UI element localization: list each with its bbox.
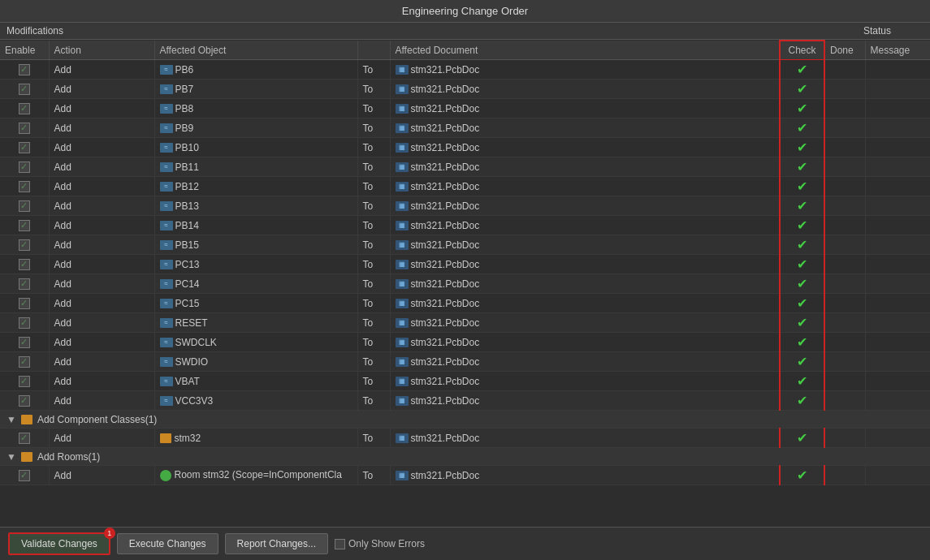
enable-cell[interactable] (0, 80, 49, 99)
action-cell: Add (49, 274, 154, 294)
row-enable-checkbox[interactable] (19, 162, 30, 173)
row-enable-checkbox[interactable] (19, 470, 30, 481)
enable-cell[interactable] (0, 118, 49, 138)
done-cell (824, 466, 865, 485)
table-row[interactable]: Add≈PB9To▦stm321.PcbDoc✔ (0, 118, 930, 138)
report-changes-button[interactable]: Report Changes... (225, 533, 328, 554)
row-enable-checkbox[interactable] (19, 278, 30, 290)
status-check-icon: ✔ (785, 218, 819, 233)
row-enable-checkbox[interactable] (19, 356, 30, 368)
table-row[interactable]: Addstm32To▦stm321.PcbDoc✔ (0, 429, 930, 448)
row-enable-checkbox[interactable] (19, 142, 30, 153)
row-enable-checkbox[interactable] (19, 181, 30, 192)
table-row[interactable]: Add≈PC14To▦stm321.PcbDoc✔ (0, 274, 930, 294)
validate-badge: 1 (104, 528, 115, 539)
object-cell: ≈PB13 (154, 196, 357, 216)
enable-cell[interactable] (0, 466, 49, 485)
enable-cell[interactable] (0, 196, 49, 216)
enable-cell[interactable] (0, 333, 49, 352)
table-row[interactable]: Add≈PB11To▦stm321.PcbDoc✔ (0, 157, 930, 177)
enable-cell[interactable] (0, 138, 49, 157)
row-enable-checkbox[interactable] (19, 433, 30, 444)
table-row[interactable]: Add≈PB15To▦stm321.PcbDoc✔ (0, 235, 930, 255)
table-container[interactable]: Enable Action Affected Object Affected D… (0, 40, 930, 527)
net-icon: ≈ (160, 123, 173, 133)
table-row[interactable]: Add≈PB6To▦stm321.PcbDoc✔ (0, 60, 930, 80)
enable-cell[interactable] (0, 294, 49, 313)
action-cell: Add (49, 177, 154, 196)
object-cell: ≈PB9 (154, 118, 357, 138)
table-row[interactable]: Add≈PB13To▦stm321.PcbDoc✔ (0, 196, 930, 216)
row-enable-checkbox[interactable] (19, 239, 30, 251)
only-show-errors-checkbox[interactable] (335, 539, 345, 549)
message-cell (865, 196, 930, 216)
expand-arrow-icon[interactable]: ▼ (6, 451, 16, 463)
enable-cell[interactable] (0, 255, 49, 274)
table-row[interactable]: Add≈PB8To▦stm321.PcbDoc✔ (0, 99, 930, 118)
check-cell: ✔ (780, 216, 824, 235)
table-row[interactable]: Add≈SWDIOTo▦stm321.PcbDoc✔ (0, 352, 930, 372)
enable-cell[interactable] (0, 352, 49, 372)
enable-cell[interactable] (0, 177, 49, 196)
document-cell: ▦stm321.PcbDoc (390, 333, 780, 352)
row-enable-checkbox[interactable] (19, 376, 30, 387)
table-row[interactable]: Add≈PC15To▦stm321.PcbDoc✔ (0, 294, 930, 313)
enable-cell[interactable] (0, 157, 49, 177)
enable-cell[interactable] (0, 274, 49, 294)
table-row[interactable]: Add≈PC13To▦stm321.PcbDoc✔ (0, 255, 930, 274)
row-enable-checkbox[interactable] (19, 84, 30, 95)
done-cell (824, 118, 865, 138)
row-enable-checkbox[interactable] (19, 259, 30, 270)
enable-cell[interactable] (0, 60, 49, 80)
table-row[interactable]: Add≈RESETTo▦stm321.PcbDoc✔ (0, 313, 930, 333)
execute-changes-button[interactable]: Execute Changes (117, 533, 218, 554)
table-row[interactable]: AddRoom stm32 (Scope=InComponentClaTo▦st… (0, 466, 930, 485)
check-cell: ✔ (780, 429, 824, 448)
action-cell: Add (49, 372, 154, 391)
row-enable-checkbox[interactable] (19, 317, 30, 329)
enable-cell[interactable] (0, 391, 49, 411)
row-enable-checkbox[interactable] (19, 103, 30, 114)
document-cell: ▦stm321.PcbDoc (390, 60, 780, 80)
action-cell: Add (49, 294, 154, 313)
enable-cell[interactable] (0, 372, 49, 391)
only-show-errors-label[interactable]: Only Show Errors (335, 538, 425, 549)
document-cell: ▦stm321.PcbDoc (390, 118, 780, 138)
table-row[interactable]: Add≈VBATTo▦stm321.PcbDoc✔ (0, 372, 930, 391)
table-row[interactable]: Add≈PB12To▦stm321.PcbDoc✔ (0, 177, 930, 196)
row-enable-checkbox[interactable] (19, 220, 30, 231)
net-icon: ≈ (160, 260, 173, 269)
enable-cell[interactable] (0, 99, 49, 118)
expand-arrow-icon[interactable]: ▼ (6, 414, 16, 425)
message-cell (865, 216, 930, 235)
object-cell: ≈RESET (154, 313, 357, 333)
net-icon: ≈ (160, 396, 173, 406)
document-cell: ▦stm321.PcbDoc (390, 429, 780, 448)
validate-changes-button[interactable]: Validate Changes (8, 532, 110, 555)
section-header-cell: ▼Add Rooms(1) (0, 448, 930, 466)
enable-cell[interactable] (0, 429, 49, 448)
row-enable-checkbox[interactable] (19, 123, 30, 134)
table-row[interactable]: Add≈SWDCLKTo▦stm321.PcbDoc✔ (0, 333, 930, 352)
row-enable-checkbox[interactable] (19, 395, 30, 407)
action-cell: Add (49, 216, 154, 235)
pcbdoc-icon: ▦ (396, 377, 409, 386)
status-check-icon: ✔ (785, 140, 819, 155)
row-enable-checkbox[interactable] (19, 200, 30, 212)
action-cell: Add (49, 429, 154, 448)
table-row[interactable]: Add≈VCC3V3To▦stm321.PcbDoc✔ (0, 391, 930, 411)
table-row[interactable]: Add≈PB14To▦stm321.PcbDoc✔ (0, 216, 930, 235)
table-row[interactable]: Add≈PB7To▦stm321.PcbDoc✔ (0, 80, 930, 99)
net-icon: ≈ (160, 318, 173, 328)
enable-cell[interactable] (0, 216, 49, 235)
row-enable-checkbox[interactable] (19, 298, 30, 309)
document-cell: ▦stm321.PcbDoc (390, 99, 780, 118)
table-row[interactable]: Add≈PB10To▦stm321.PcbDoc✔ (0, 138, 930, 157)
pcbdoc-icon: ▦ (396, 318, 409, 328)
enable-cell[interactable] (0, 235, 49, 255)
check-cell: ✔ (780, 294, 824, 313)
row-enable-checkbox[interactable] (19, 64, 30, 75)
action-cell: Add (49, 60, 154, 80)
enable-cell[interactable] (0, 313, 49, 333)
row-enable-checkbox[interactable] (19, 337, 30, 348)
